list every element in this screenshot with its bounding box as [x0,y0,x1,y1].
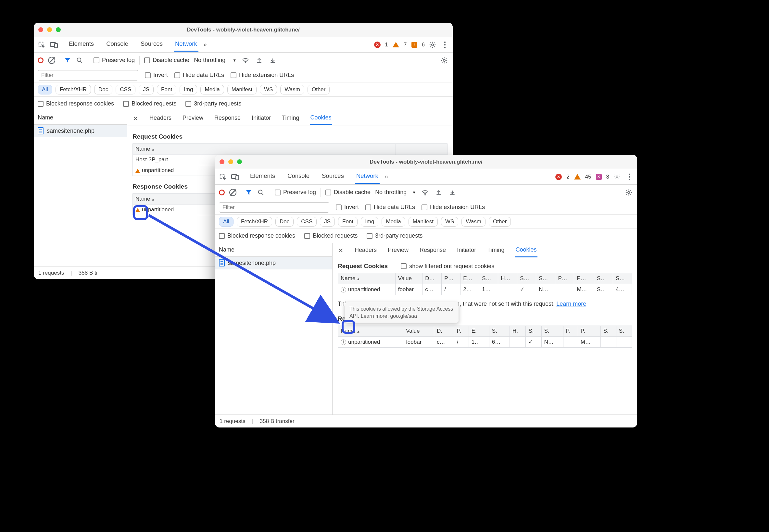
settings-icon[interactable] [613,172,622,181]
chip-css[interactable]: CSS [297,217,316,227]
tab-timing[interactable]: Timing [281,112,300,125]
issues-count[interactable]: 6 [422,42,425,48]
search-icon[interactable] [75,56,84,65]
tab-initiator[interactable]: Initiator [456,244,477,257]
cookie-name[interactable]: iunpartitioned [338,337,403,348]
device-icon[interactable] [230,172,240,181]
chip-other[interactable]: Other [307,85,330,94]
kebab-icon[interactable] [440,40,450,49]
tab-elements[interactable]: Elements [68,38,95,52]
filter-funnel-icon[interactable] [65,57,70,63]
chip-manifest[interactable]: Manifest [227,85,256,94]
blocked-response-cookies-checkbox[interactable]: Blocked response cookies [38,100,114,107]
blocked-requests-checkbox[interactable]: Blocked requests [304,232,357,239]
invert-checkbox[interactable]: Invert [336,204,359,211]
chip-css[interactable]: CSS [116,85,135,94]
preserve-log-checkbox[interactable]: Preserve log [275,189,316,196]
preserve-log-checkbox[interactable]: Preserve log [93,57,135,64]
record-icon[interactable] [219,190,225,195]
third-party-checkbox[interactable]: 3rd-party requests [185,100,241,107]
tab-preview[interactable]: Preview [182,112,204,125]
col-value[interactable]: Value [403,326,434,337]
filter-input[interactable] [38,70,138,80]
download-icon[interactable] [448,188,457,197]
chip-other[interactable]: Other [489,217,511,227]
download-icon[interactable] [268,56,277,65]
upload-icon[interactable] [434,188,443,197]
minimize-window-icon[interactable] [47,27,52,32]
close-window-icon[interactable] [38,27,43,32]
chip-font[interactable]: Font [157,85,176,94]
search-icon[interactable] [256,188,265,197]
col-value[interactable]: Value [395,273,422,284]
tab-network[interactable]: Network [355,170,379,184]
clear-icon[interactable] [48,57,55,64]
tab-sources[interactable]: Sources [320,170,345,184]
chip-ws[interactable]: WS [260,85,277,94]
invert-checkbox[interactable]: Invert [145,72,168,79]
chip-media[interactable]: Media [381,217,405,227]
filter-input[interactable] [219,202,329,213]
filter-funnel-icon[interactable] [246,190,252,195]
tab-cookies[interactable]: Cookies [310,112,332,125]
throttling-select[interactable]: No throttling ▼ [194,57,236,64]
tab-preview[interactable]: Preview [387,244,409,257]
tab-headers[interactable]: Headers [354,244,377,257]
third-party-checkbox[interactable]: 3rd-party requests [366,232,423,239]
more-tabs-icon[interactable]: » [202,41,209,48]
issues-count[interactable]: 3 [606,174,609,180]
device-icon[interactable] [49,40,58,49]
error-icon[interactable]: ✕ [555,174,562,180]
close-detail-icon[interactable]: ✕ [337,247,344,254]
tab-elements[interactable]: Elements [249,170,276,184]
chip-media[interactable]: Media [200,85,224,94]
inspect-icon[interactable] [218,172,227,181]
col-name[interactable]: Name [338,273,396,284]
tab-console[interactable]: Console [286,170,311,184]
chip-all[interactable]: All [38,85,52,94]
zoom-window-icon[interactable] [237,159,242,164]
chip-doc[interactable]: Doc [275,217,293,227]
tab-headers[interactable]: Headers [149,112,172,125]
issues-icon[interactable]: ! [412,42,417,48]
cookie-name[interactable]: iunpartitioned [338,284,396,295]
chip-font[interactable]: Font [338,217,357,227]
col-name[interactable]: Name [338,326,403,337]
tab-sources[interactable]: Sources [139,38,164,52]
chip-wasm[interactable]: Wasm [280,85,304,94]
disable-cache-checkbox[interactable]: Disable cache [325,189,370,196]
hide-extension-urls-checkbox[interactable]: Hide extension URLs [422,204,485,211]
issues-icon[interactable]: ✕ [596,174,602,180]
chip-js[interactable]: JS [139,85,154,94]
clear-icon[interactable] [229,189,236,196]
show-filtered-checkbox[interactable]: show filtered out request cookies [401,263,494,270]
inspect-icon[interactable] [37,40,46,49]
blocked-response-cookies-checkbox[interactable]: Blocked response cookies [219,232,295,239]
close-window-icon[interactable] [219,159,224,164]
upload-icon[interactable] [254,56,264,65]
chip-all[interactable]: All [219,217,233,227]
request-row[interactable]: samesitenone.php [34,125,127,137]
error-icon[interactable]: ✕ [374,42,380,48]
tab-console[interactable]: Console [105,38,130,52]
hide-extension-urls-checkbox[interactable]: Hide extension URLs [230,72,294,79]
chip-manifest[interactable]: Manifest [409,217,438,227]
close-detail-icon[interactable]: ✕ [132,115,139,122]
blocked-requests-checkbox[interactable]: Blocked requests [123,100,176,107]
chip-doc[interactable]: Doc [94,85,112,94]
error-count[interactable]: 2 [566,174,569,180]
kebab-icon[interactable] [625,172,634,181]
more-tabs-icon[interactable]: » [383,173,390,180]
error-count[interactable]: 1 [385,42,388,48]
chip-img[interactable]: Img [361,217,378,227]
warning-count[interactable]: 7 [404,42,407,48]
minimize-window-icon[interactable] [228,159,233,164]
chip-ws[interactable]: WS [441,217,458,227]
hide-data-urls-checkbox[interactable]: Hide data URLs [365,204,415,211]
tab-response[interactable]: Response [419,244,447,257]
tab-network[interactable]: Network [174,38,198,52]
record-icon[interactable] [38,57,43,63]
chip-js[interactable]: JS [320,217,335,227]
disable-cache-checkbox[interactable]: Disable cache [144,57,189,64]
network-settings-icon[interactable] [624,188,633,197]
